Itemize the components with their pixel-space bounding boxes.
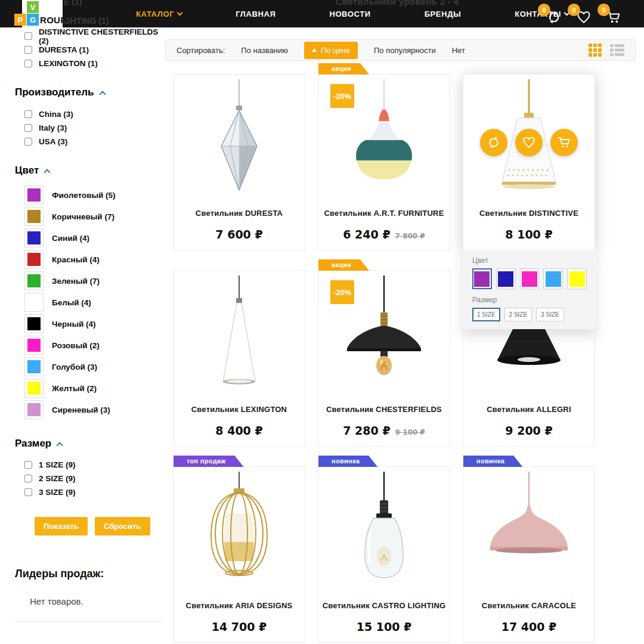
color-swatch-box[interactable]: [24, 336, 44, 355]
color-filter-label: Желтый (2): [52, 384, 97, 393]
color-swatch-box[interactable]: [24, 400, 44, 419]
main-nav: КАТАЛОГ ГЛАВНАЯ НОВОСТИ БРЕНДЫ КОНТАКТЫ: [136, 0, 569, 27]
color-section-title[interactable]: Цвет: [15, 165, 163, 177]
product-name[interactable]: Светильник CHESTERFIELDS: [326, 405, 442, 414]
product-card[interactable]: Светильник ARIA DESIGNS 14 700 ₽ топ про…: [173, 466, 305, 643]
color-filter-row[interactable]: Желтый (2): [24, 377, 163, 399]
sort-option[interactable]: По названию: [241, 46, 288, 55]
color-filter-row[interactable]: Зеленый (7): [24, 270, 163, 292]
sort-option-label: По цене: [321, 46, 350, 55]
color-option[interactable]: [496, 268, 516, 289]
checkbox[interactable]: [24, 110, 32, 118]
product-name[interactable]: Светильник CARACOLE: [482, 601, 576, 610]
filter-checkbox-row[interactable]: China (3): [24, 107, 163, 121]
product-name[interactable]: Светильник DURESTA: [196, 209, 283, 218]
nav-item[interactable]: КАТАЛОГ: [136, 10, 182, 18]
product-name[interactable]: Светильник LEXINGTON: [191, 405, 287, 414]
nav-item[interactable]: ГЛАВНАЯ: [236, 10, 275, 18]
filter-checkbox-row[interactable]: LEXINGTON (1): [24, 57, 163, 70]
color-swatch-box[interactable]: [24, 357, 44, 376]
color-swatch-box[interactable]: [24, 293, 44, 312]
sort-option-label: Нет: [452, 46, 465, 55]
color-filter-row[interactable]: Черный (4): [24, 313, 163, 335]
color-swatch-box[interactable]: [24, 271, 44, 290]
size-option[interactable]: 3 SIZE: [536, 308, 564, 321]
color-filter-row[interactable]: Сиреневый (3): [24, 399, 163, 420]
product-name[interactable]: Светильник CASTRO LIGHTING: [323, 601, 446, 610]
list-view-button[interactable]: [610, 44, 624, 57]
apply-filters-button[interactable]: Показать: [35, 517, 88, 535]
size-option[interactable]: 1 SIZE: [472, 308, 500, 321]
nav-item[interactable]: БРЕНДЫ: [425, 10, 462, 18]
filter-buttons: Показать Сбросить: [35, 517, 163, 535]
color-filter-row[interactable]: Белый (4): [24, 292, 163, 313]
filter-label: China (3): [39, 110, 73, 119]
filter-checkbox-row[interactable]: Italy (3): [24, 121, 163, 135]
filter-checkbox-row[interactable]: USA (3): [24, 135, 163, 148]
checkbox[interactable]: [24, 60, 32, 67]
product-card[interactable]: Светильник DISTINCTIVE 8 100 ₽ ЦветРазме…: [463, 74, 595, 250]
product-badge: новинка: [463, 456, 522, 467]
nav-item[interactable]: НОВОСТИ: [329, 10, 370, 18]
color-filter-row[interactable]: Красный (4): [24, 249, 163, 270]
add-to-cart-action-button[interactable]: [550, 129, 578, 156]
color-option[interactable]: [520, 268, 540, 289]
color-swatch: [27, 360, 41, 373]
color-swatch-box[interactable]: [24, 314, 44, 333]
compare-action-button[interactable]: [480, 129, 507, 156]
checkbox[interactable]: [24, 46, 32, 54]
compare-button[interactable]: 0: [539, 4, 562, 25]
product-card[interactable]: Светильник CHESTERFIELDS 7 280 ₽ 9 100 ₽…: [318, 270, 450, 447]
color-filter-row[interactable]: Розовый (2): [24, 335, 163, 356]
color-filter-row[interactable]: Фиолетовый (5): [24, 184, 163, 206]
color-swatch-box[interactable]: [24, 185, 44, 205]
sort-option[interactable]: По популярности: [374, 46, 436, 55]
producer-section-title[interactable]: Производитель: [15, 86, 163, 98]
filter-checkbox-row[interactable]: 2 SIZE (9): [24, 472, 163, 485]
color-option[interactable]: [472, 268, 492, 289]
cart-button[interactable]: 0: [599, 4, 621, 25]
product-name[interactable]: Светильник A.R.T. FURNITURE: [324, 209, 444, 218]
color-option[interactable]: [543, 268, 563, 289]
filter-checkbox-row[interactable]: DURESTA (1): [24, 43, 163, 57]
color-filter-row[interactable]: Голубой (3): [24, 356, 163, 377]
filter-checkbox-row[interactable]: DISTINCTIVE CHESTERFIELDS (2): [24, 29, 163, 43]
checkbox[interactable]: [24, 461, 32, 469]
checkbox[interactable]: [24, 488, 32, 496]
producer-filter-list: China (3) Italy (3) USA (3): [24, 107, 163, 148]
product-name[interactable]: Светильник ALLEGRI: [487, 405, 571, 414]
sort-option[interactable]: Нет: [452, 46, 465, 55]
color-swatch-box[interactable]: [24, 379, 44, 398]
chevron-up-icon: [44, 169, 51, 175]
price-row: 8 400 ₽: [215, 424, 262, 437]
color-swatch-box[interactable]: [24, 228, 44, 247]
wishlist-button[interactable]: 0: [569, 4, 592, 25]
product-card[interactable]: Светильник LEXINGTON 8 400 ₽: [173, 270, 305, 447]
size-option[interactable]: 2 SIZE: [504, 308, 532, 321]
product-image: [318, 467, 450, 593]
product-name[interactable]: Светильник ARIA DESIGNS: [186, 601, 293, 610]
checkbox[interactable]: [24, 32, 32, 40]
reset-filters-button[interactable]: Сбросить: [95, 517, 150, 535]
color-options-label: Цвет: [472, 256, 587, 265]
wishlist-action-button[interactable]: [515, 129, 543, 156]
site-logo[interactable]: V P G ROUP: [22, 0, 63, 27]
color-filter-row[interactable]: Синий (4): [24, 227, 163, 249]
color-option[interactable]: [567, 268, 587, 289]
product-name[interactable]: Светильник DISTINCTIVE: [479, 209, 578, 218]
product-card[interactable]: Светильник CASTRO LIGHTING 15 100 ₽ нови…: [318, 466, 450, 643]
size-section-title[interactable]: Размер: [15, 438, 163, 450]
filter-checkbox-row[interactable]: 1 SIZE (9): [24, 458, 163, 472]
product-card[interactable]: Светильник A.R.T. FURNITURE 6 240 ₽ 7 80…: [318, 74, 450, 250]
checkbox[interactable]: [24, 138, 32, 145]
checkbox[interactable]: [24, 124, 32, 132]
color-filter-row[interactable]: Коричневый (7): [24, 206, 163, 227]
filter-checkbox-row[interactable]: 3 SIZE (9): [24, 485, 163, 499]
grid-view-button[interactable]: [589, 44, 602, 57]
product-card[interactable]: Светильник DURESTA 7 600 ₽: [173, 74, 305, 250]
product-card[interactable]: Светильник CARACOLE 17 400 ₽ новинка: [463, 466, 595, 643]
color-swatch-box[interactable]: [24, 207, 44, 226]
sort-option[interactable]: По цене: [304, 42, 358, 59]
checkbox[interactable]: [24, 475, 32, 482]
color-swatch-box[interactable]: [24, 250, 44, 269]
